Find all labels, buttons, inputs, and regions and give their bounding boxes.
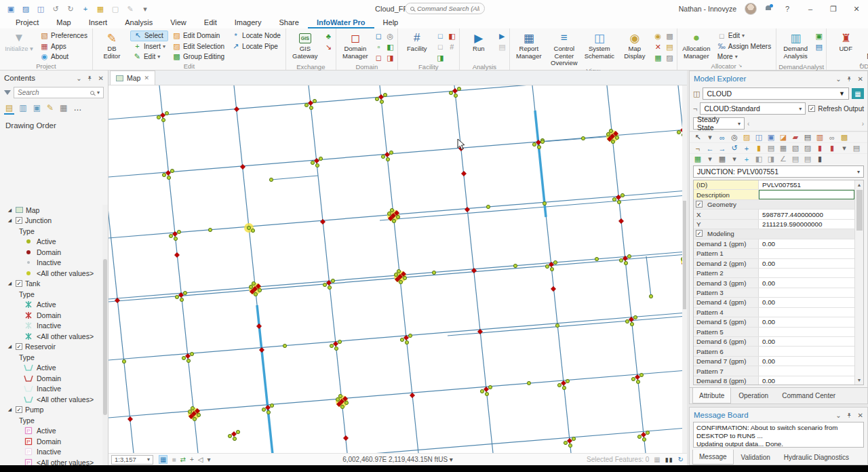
node[interactable]: [269, 178, 273, 181]
locate-node-icon[interactable]: *: [231, 32, 240, 40]
refresh-icon[interactable]: ↻: [678, 456, 684, 463]
domain-b-icon[interactable]: ▫: [374, 42, 384, 52]
control-center-icon[interactable]: ≡: [561, 31, 568, 45]
ribbon-tab-edit[interactable]: Edit: [195, 18, 226, 28]
close-button[interactable]: ✕: [849, 5, 864, 14]
expander-icon[interactable]: ◢: [7, 218, 13, 223]
locate-icon[interactable]: +: [80, 3, 91, 14]
node[interactable]: [386, 157, 389, 161]
locate-pipe-button[interactable]: ↗Locate Pipe: [229, 41, 283, 52]
tools-icon[interactable]: ¬: [693, 144, 703, 153]
customize-icon[interactable]: ▾: [140, 3, 151, 14]
contents-tool-list-editing[interactable]: ✎: [47, 103, 54, 113]
edit-domain-icon[interactable]: ▨: [172, 31, 181, 40]
node[interactable]: [397, 269, 400, 273]
legend-tank-domain[interactable]: Domain: [0, 310, 102, 321]
node[interactable]: [606, 132, 610, 136]
restore-button[interactable]: ❐: [826, 5, 841, 14]
domain-node[interactable]: [265, 405, 270, 410]
node[interactable]: [249, 285, 252, 288]
pipe[interactable]: [108, 428, 687, 453]
pointer-icon[interactable]: ↖: [693, 133, 703, 142]
node[interactable]: [564, 441, 567, 444]
node[interactable]: [190, 352, 193, 355]
apps-button[interactable]: ▦Apps: [37, 41, 90, 52]
import-model-icon[interactable]: ◪: [778, 133, 788, 142]
legend-junction-active[interactable]: Active: [0, 237, 102, 248]
node[interactable]: [174, 237, 177, 240]
demand-analysis-button[interactable]: ▥Demand Analysis: [778, 29, 812, 60]
tbl-a-icon[interactable]: ▤: [766, 144, 776, 153]
tab-command-center[interactable]: Command Center: [776, 388, 842, 404]
domain-node[interactable]: [165, 170, 170, 175]
node[interactable]: [157, 115, 160, 119]
domain-node[interactable]: [333, 341, 338, 346]
domain-node[interactable]: [551, 286, 555, 291]
more-button[interactable]: More▾: [715, 52, 774, 62]
pipe[interactable]: [108, 85, 687, 119]
node[interactable]: [161, 118, 165, 121]
tbl-d-icon[interactable]: ▨: [803, 144, 812, 153]
model-panel-icon[interactable]: ▦: [852, 88, 864, 99]
node[interactable]: [642, 437, 646, 441]
ribbon-tab-imagery[interactable]: Imagery: [226, 18, 271, 28]
legend-junction-allothervalues[interactable]: <All other values>: [0, 268, 102, 279]
redbar-icon[interactable]: ▮: [815, 144, 825, 153]
expander-icon[interactable]: ◢: [7, 344, 13, 349]
view-c-icon[interactable]: ▦: [653, 53, 663, 62]
node[interactable]: [627, 254, 631, 258]
list-snapping-icon[interactable]: ▦: [60, 103, 67, 113]
node[interactable]: [319, 157, 322, 160]
layer-junction[interactable]: ◢✓Junction: [0, 216, 102, 227]
node[interactable]: [636, 380, 639, 383]
domain-node[interactable]: [308, 100, 313, 105]
contents-scrollbar[interactable]: [102, 205, 108, 465]
pause-drawing-icon[interactable]: ▮▮: [665, 456, 673, 463]
refresh-output-checkbox[interactable]: ✓ Refresh Output: [808, 105, 864, 113]
pipe[interactable]: [271, 176, 318, 180]
attribute-row-demand-4--gpm-[interactable]: Demand 4 (gpm)0.00: [694, 298, 854, 307]
relate-icon[interactable]: ∞: [827, 134, 837, 142]
node[interactable]: [639, 373, 643, 376]
node[interactable]: [581, 136, 585, 140]
node[interactable]: [180, 298, 183, 301]
node[interactable]: [252, 281, 255, 285]
node[interactable]: [457, 87, 460, 90]
report-small-icon[interactable]: ▤: [803, 133, 812, 142]
attribute-row-pattern-3[interactable]: Pattern 3: [694, 288, 854, 298]
node[interactable]: [555, 323, 559, 327]
node[interactable]: [375, 97, 378, 100]
node[interactable]: [340, 405, 344, 408]
facility-icon[interactable]: #: [414, 31, 420, 45]
node[interactable]: [619, 258, 623, 262]
run-mode-combo[interactable]: Steady State ▾: [693, 117, 745, 130]
contents-tool-list-selection[interactable]: ▣: [33, 103, 41, 113]
command-search-input[interactable]: [417, 5, 479, 12]
node[interactable]: [338, 394, 342, 397]
legend-tank-allothervalues[interactable]: <All other values>: [0, 331, 102, 342]
locate-node-button[interactable]: *Locate Node: [229, 31, 283, 41]
node[interactable]: [557, 383, 561, 387]
node[interactable]: [381, 155, 384, 158]
select-cursor-icon[interactable]: ↖: [134, 31, 142, 40]
nav-back-icon[interactable]: ←: [705, 144, 715, 153]
domain-node[interactable]: [536, 140, 540, 144]
attribute-row-geometry[interactable]: ✓Geometry: [694, 200, 854, 210]
node[interactable]: [236, 430, 239, 433]
insert-plus-icon[interactable]: +: [133, 42, 142, 50]
node[interactable]: [620, 193, 624, 197]
open-model-icon[interactable]: ▨: [742, 133, 751, 142]
node[interactable]: [553, 260, 557, 264]
node[interactable]: [387, 212, 391, 215]
exchange-import-icon[interactable]: ↘: [323, 42, 334, 52]
domain-d-icon[interactable]: ◎: [385, 31, 395, 41]
edit-button[interactable]: ✎Edit▾: [130, 52, 168, 62]
node[interactable]: [408, 334, 412, 337]
domain-node[interactable]: [484, 387, 488, 391]
node[interactable]: [615, 136, 618, 139]
domain-node[interactable]: [234, 106, 239, 111]
more-button[interactable]: More▾: [864, 52, 868, 62]
report-manager-button[interactable]: ▦Report Manager: [512, 29, 546, 60]
calc-dd-icon[interactable]: ▾: [730, 155, 739, 163]
node[interactable]: [304, 103, 308, 106]
